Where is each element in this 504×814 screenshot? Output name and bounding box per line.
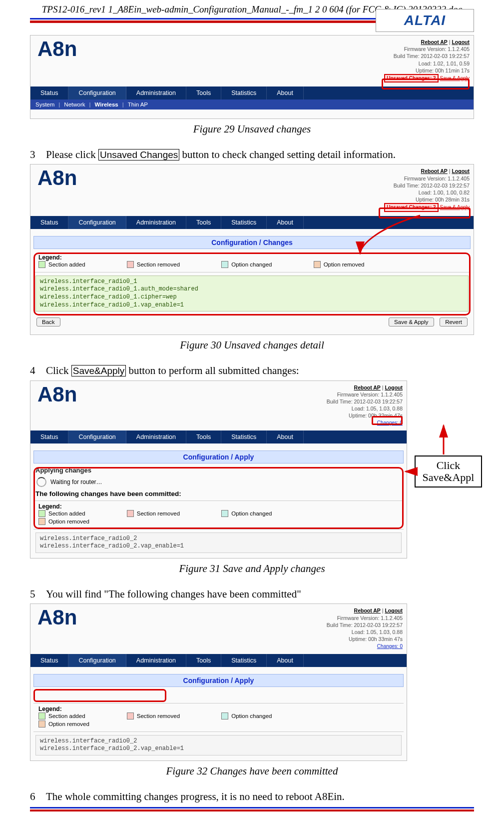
committed-label: The following changes have been committe… <box>35 490 402 498</box>
caption-fig30: Figure 30 Unsaved changes detail <box>30 339 474 352</box>
step-3: 3 Please click Unsaved Changes button to… <box>30 148 474 162</box>
screenshot-fig31: A8n Reboot AP | Logout Firmware Version:… <box>30 380 407 559</box>
reboot-link[interactable]: Reboot AP <box>354 608 381 614</box>
committed-code: wireless.interface_radio0_2 wireless.int… <box>35 735 402 756</box>
btn-token-unsaved: Unsaved Changes <box>98 149 179 160</box>
applying-label: Applying changes <box>35 466 402 474</box>
step-5: 5 You will find "The following changes h… <box>30 587 474 602</box>
back-button[interactable]: Back <box>36 318 60 326</box>
committed-code: wireless.interface_radio0_2 wireless.int… <box>35 532 402 553</box>
callout-saveapply-label: Click Save&Appl <box>415 456 482 488</box>
changes-code: wireless.interface_radio0_1 wireless.int… <box>35 276 469 312</box>
screenshot-fig30: A8n Reboot AP | Logout Firmware Version:… <box>30 164 474 335</box>
panel-apply: Configuration / Apply <box>33 450 404 464</box>
panel-changes: Configuration / Changes <box>33 236 471 249</box>
nav-admin[interactable]: Administration <box>126 216 186 229</box>
screenshot-fig32: A8n Reboot AP | Logout Firmware Version:… <box>30 604 407 761</box>
logout-link[interactable]: Logout <box>385 608 403 614</box>
subnav-thinap[interactable]: Thin AP <box>128 102 148 108</box>
caption-fig29: Figure 29 Unsaved changes <box>30 123 474 136</box>
reboot-link[interactable]: Reboot AP <box>421 39 448 45</box>
nav-tools[interactable]: Tools <box>186 216 221 229</box>
nav-admin[interactable]: Administration <box>126 86 186 100</box>
nav-status[interactable]: Status <box>30 216 68 229</box>
nav-about[interactable]: About <box>267 86 304 100</box>
save-apply-link[interactable]: Save & Apply <box>440 76 470 81</box>
altai-logo: ALTAI <box>376 9 474 32</box>
status-block: Reboot AP | Logout Firmware Version: 1.1… <box>384 38 470 82</box>
nav-config[interactable]: Configuration <box>68 86 126 100</box>
unsaved-changes-btn[interactable]: Unsaved Changes: 2 <box>384 203 438 212</box>
reboot-link[interactable]: Reboot AP <box>421 168 448 174</box>
product-logo: A8n <box>37 168 77 212</box>
spinner-icon <box>36 477 46 487</box>
header-rule: ALTAI <box>30 18 474 23</box>
main-nav: Status Configuration Administration Tool… <box>30 86 474 100</box>
save-apply-link[interactable]: Save & Apply <box>440 204 470 210</box>
nav-status[interactable]: Status <box>30 86 68 100</box>
revert-button[interactable]: Revert <box>440 318 468 326</box>
product-logo: A8n <box>37 38 77 82</box>
screenshot-fig29: A8n Reboot AP | Logout Firmware Version:… <box>30 35 474 119</box>
nav-tools[interactable]: Tools <box>186 86 221 100</box>
unsaved-changes-btn[interactable]: Unsaved Changes: 2 <box>384 74 438 83</box>
nav-stats[interactable]: Statistics <box>221 216 267 229</box>
changes-link[interactable]: Changes: 0 <box>377 420 403 426</box>
changes-link[interactable]: Changes: 0 <box>377 644 403 649</box>
callout-committed-box <box>33 689 166 702</box>
legend: Legend: Section added Section removed Op… <box>33 252 471 272</box>
logout-link[interactable]: Logout <box>385 384 403 390</box>
reboot-link[interactable]: Reboot AP <box>354 384 381 390</box>
step-6: 6 The whole committing changes progress,… <box>30 790 474 804</box>
step-4: 4 Click Save&Apply button to perform all… <box>30 364 474 378</box>
panel-apply: Configuration / Apply <box>33 674 404 687</box>
logout-link[interactable]: Logout <box>452 168 470 174</box>
nav-about[interactable]: About <box>267 216 304 229</box>
sub-nav: System| Network| Wireless| Thin AP <box>30 100 474 110</box>
save-apply-button[interactable]: Save & Apply <box>389 318 434 326</box>
nav-config[interactable]: Configuration <box>68 216 126 229</box>
nav-stats[interactable]: Statistics <box>221 86 267 100</box>
caption-fig32: Figure 32 Changes have been committed <box>30 765 474 778</box>
btn-token-saveapply: Save&Apply <box>71 365 126 376</box>
caption-fig31: Figure 31 Save and Apply changes <box>30 562 474 575</box>
logout-link[interactable]: Logout <box>452 39 470 45</box>
subnav-wireless[interactable]: Wireless <box>95 102 118 108</box>
subnav-system[interactable]: System <box>35 102 54 108</box>
subnav-network[interactable]: Network <box>64 102 85 108</box>
